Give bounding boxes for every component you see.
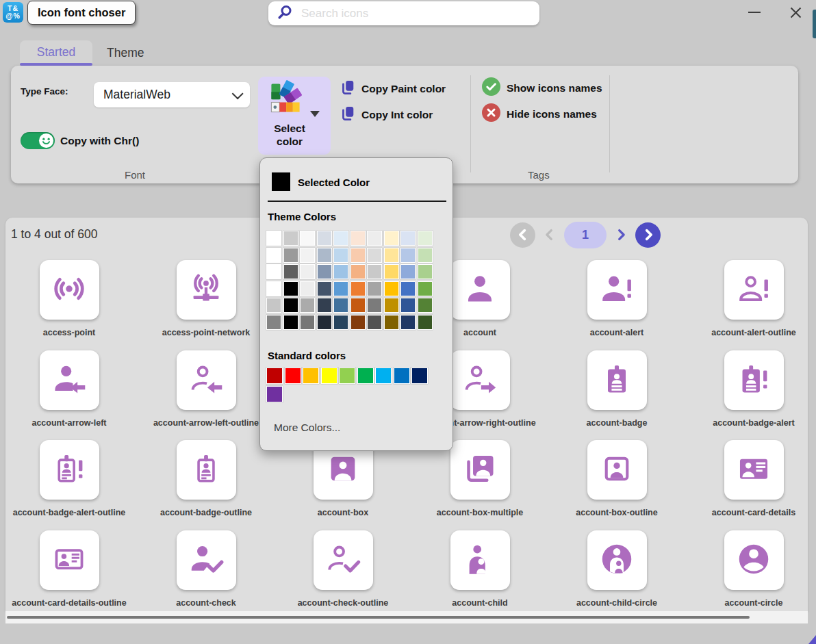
pagination-next-circle-button[interactable] bbox=[635, 222, 661, 248]
theme-color-swatch[interactable] bbox=[333, 248, 348, 263]
theme-color-swatch[interactable] bbox=[300, 281, 315, 296]
theme-color-swatch[interactable] bbox=[400, 298, 416, 313]
more-colors-link[interactable]: More Colors... bbox=[274, 422, 340, 434]
theme-color-swatch[interactable] bbox=[367, 315, 382, 330]
icon-tile[interactable] bbox=[724, 530, 784, 590]
copy-int-color-button[interactable]: Copy Int color bbox=[340, 105, 433, 124]
theme-color-swatch[interactable] bbox=[384, 281, 399, 296]
select-color-button[interactable]: Selectcolor bbox=[258, 77, 331, 155]
theme-color-swatch[interactable] bbox=[350, 298, 366, 313]
pagination-next-chevron[interactable] bbox=[613, 227, 628, 242]
theme-color-swatch[interactable] bbox=[266, 248, 281, 263]
theme-color-swatch[interactable] bbox=[266, 231, 281, 246]
icon-tile[interactable] bbox=[40, 260, 99, 320]
theme-color-swatch[interactable] bbox=[300, 231, 315, 246]
theme-color-swatch[interactable] bbox=[266, 298, 281, 313]
icon-tile[interactable] bbox=[724, 350, 784, 410]
theme-color-swatch[interactable] bbox=[367, 248, 382, 263]
show-icons-names-button[interactable]: Show icons names bbox=[482, 77, 602, 99]
copy-with-chr-toggle[interactable] bbox=[21, 132, 55, 149]
theme-color-swatch[interactable] bbox=[350, 231, 366, 246]
type-face-select[interactable]: MaterialWeb bbox=[94, 82, 250, 107]
theme-color-swatch[interactable] bbox=[418, 281, 433, 296]
theme-color-swatch[interactable] bbox=[350, 315, 366, 330]
theme-color-swatch[interactable] bbox=[367, 264, 382, 279]
icon-tile[interactable] bbox=[450, 440, 510, 500]
standard-color-swatch[interactable] bbox=[285, 368, 301, 384]
theme-color-swatch[interactable] bbox=[400, 264, 416, 279]
theme-color-swatch[interactable] bbox=[367, 298, 382, 313]
theme-color-swatch[interactable] bbox=[367, 281, 382, 296]
theme-color-swatch[interactable] bbox=[418, 231, 433, 246]
minimize-button[interactable] bbox=[744, 4, 765, 21]
scrollbar-thumb[interactable] bbox=[7, 616, 750, 619]
page-indicator[interactable]: 1 bbox=[564, 222, 607, 248]
icon-tile[interactable] bbox=[724, 440, 784, 500]
theme-color-swatch[interactable] bbox=[333, 298, 348, 313]
theme-color-swatch[interactable] bbox=[300, 315, 315, 330]
theme-color-swatch[interactable] bbox=[283, 231, 298, 246]
theme-color-swatch[interactable] bbox=[317, 315, 332, 330]
theme-color-swatch[interactable] bbox=[384, 315, 399, 330]
theme-color-swatch[interactable] bbox=[283, 264, 298, 279]
standard-color-swatch[interactable] bbox=[303, 368, 319, 384]
icon-tile[interactable] bbox=[40, 530, 99, 590]
icon-tile[interactable] bbox=[177, 440, 236, 500]
theme-color-swatch[interactable] bbox=[333, 315, 348, 330]
icon-tile[interactable] bbox=[450, 530, 510, 590]
theme-color-swatch[interactable] bbox=[333, 231, 348, 246]
theme-color-swatch[interactable] bbox=[317, 231, 332, 246]
tab-started[interactable]: Started bbox=[20, 40, 92, 64]
standard-color-swatch[interactable] bbox=[339, 368, 355, 384]
theme-color-swatch[interactable] bbox=[283, 281, 298, 296]
theme-color-swatch[interactable] bbox=[367, 231, 382, 246]
hide-icons-names-button[interactable]: Hide icons names bbox=[482, 103, 597, 125]
search-input[interactable] bbox=[300, 6, 531, 21]
theme-color-swatch[interactable] bbox=[283, 248, 298, 263]
standard-color-swatch[interactable] bbox=[321, 368, 337, 384]
icon-tile[interactable] bbox=[587, 530, 647, 590]
close-button[interactable] bbox=[785, 4, 806, 21]
theme-color-swatch[interactable] bbox=[266, 315, 281, 330]
icon-tile[interactable] bbox=[587, 350, 647, 410]
standard-color-swatch[interactable] bbox=[394, 368, 410, 384]
pagination-prev-chevron[interactable] bbox=[542, 227, 557, 242]
icon-tile[interactable] bbox=[587, 260, 647, 320]
search-box[interactable] bbox=[268, 1, 539, 25]
theme-color-swatch[interactable] bbox=[300, 264, 315, 279]
theme-color-swatch[interactable] bbox=[400, 315, 416, 330]
theme-color-swatch[interactable] bbox=[317, 281, 332, 296]
theme-color-swatch[interactable] bbox=[350, 281, 366, 296]
theme-color-swatch[interactable] bbox=[418, 248, 433, 263]
icon-tile[interactable] bbox=[40, 350, 99, 410]
icon-tile[interactable] bbox=[177, 530, 236, 590]
icon-tile[interactable] bbox=[177, 260, 236, 320]
icon-tile[interactable] bbox=[314, 530, 373, 590]
standard-color-swatch[interactable] bbox=[375, 368, 392, 384]
theme-color-swatch[interactable] bbox=[350, 248, 366, 263]
standard-color-swatch[interactable] bbox=[357, 368, 374, 384]
theme-color-swatch[interactable] bbox=[333, 264, 348, 279]
copy-paint-color-button[interactable]: Copy Paint color bbox=[340, 79, 446, 98]
icon-tile[interactable] bbox=[450, 260, 510, 320]
icon-tile[interactable] bbox=[40, 440, 99, 500]
theme-color-swatch[interactable] bbox=[400, 281, 416, 296]
theme-color-swatch[interactable] bbox=[283, 315, 298, 330]
theme-color-swatch[interactable] bbox=[418, 264, 433, 279]
icon-tile[interactable] bbox=[724, 260, 784, 320]
icon-tile[interactable] bbox=[177, 350, 236, 410]
theme-color-swatch[interactable] bbox=[266, 281, 281, 296]
theme-color-swatch[interactable] bbox=[317, 248, 332, 263]
theme-color-swatch[interactable] bbox=[400, 231, 416, 246]
theme-color-swatch[interactable] bbox=[300, 248, 315, 263]
theme-color-swatch[interactable] bbox=[418, 298, 433, 313]
theme-color-swatch[interactable] bbox=[300, 298, 315, 313]
horizontal-scrollbar[interactable] bbox=[5, 611, 808, 623]
standard-color-swatch[interactable] bbox=[266, 386, 283, 402]
theme-color-swatch[interactable] bbox=[283, 298, 298, 313]
icon-tile[interactable] bbox=[587, 440, 647, 500]
theme-color-swatch[interactable] bbox=[384, 248, 399, 263]
theme-color-swatch[interactable] bbox=[400, 248, 416, 263]
theme-color-swatch[interactable] bbox=[317, 298, 332, 313]
icon-tile[interactable] bbox=[450, 350, 510, 410]
